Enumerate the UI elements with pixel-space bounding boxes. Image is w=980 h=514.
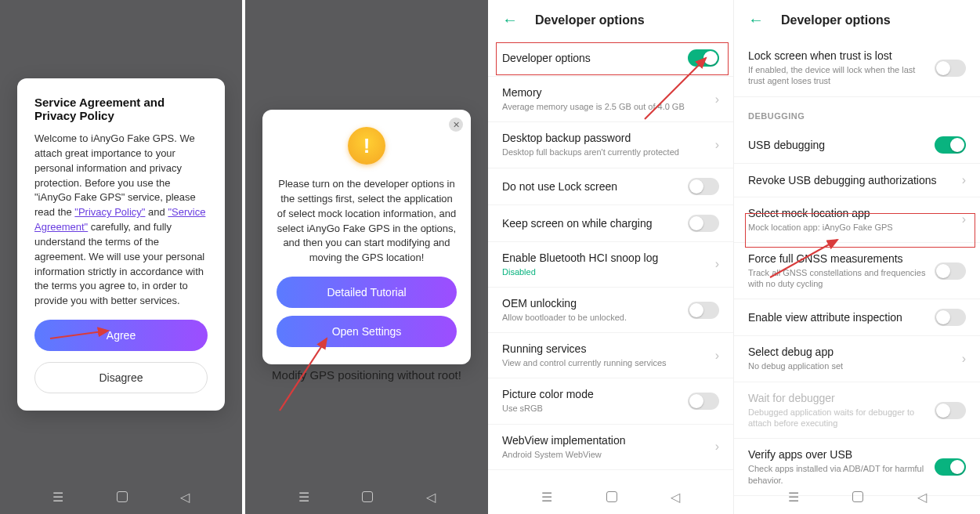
nav-back-icon[interactable] (917, 490, 927, 505)
prompt-body: Please turn on the developer options in … (277, 177, 457, 266)
nav-home-icon[interactable] (852, 491, 863, 502)
settings-row[interactable]: MemoryAverage memory usage is 2.5 GB out… (488, 77, 733, 122)
developer-options-prompt: ✕ ! Please turn on the developer options… (262, 110, 471, 364)
settings-header: ← Developer options (734, 0, 980, 40)
settings-row[interactable]: Revoke USB debugging authorizations› (734, 164, 980, 197)
privacy-policy-link[interactable]: "Privacy Policy" (74, 206, 145, 218)
row-subtitle: Allow bootloader to be unlocked. (502, 312, 680, 323)
lock-screen-trust-row[interactable]: Lock screen when trust is lost If enable… (734, 40, 980, 97)
row-title: USB debugging (748, 139, 927, 151)
settings-row[interactable]: Picture color modeUse sRGB (488, 378, 733, 424)
row-subtitle: Desktop full backups aren't currently pr… (502, 147, 709, 157)
row-subtitle: No debug application set (748, 360, 956, 371)
toggle-switch[interactable] (688, 302, 719, 319)
settings-row[interactable]: Enable Bluetooth HCI snoop logDisabled› (488, 242, 733, 288)
chevron-right-icon: › (715, 92, 719, 107)
row-title: Enable view attribute inspection (748, 311, 927, 324)
header-title: Developer options (535, 13, 645, 27)
row-title: Enable Bluetooth HCI snoop log (502, 252, 709, 264)
row-title: Select debug app (748, 346, 956, 358)
nav-recent-icon[interactable] (298, 490, 309, 505)
lock-screen-trust-toggle[interactable] (935, 60, 966, 77)
toggle-switch[interactable] (935, 262, 966, 280)
android-nav-bar (0, 480, 242, 514)
row-title: Picture color mode (502, 388, 680, 400)
back-arrow-icon[interactable]: ← (502, 11, 518, 29)
background-caption: Modify GPS positioning without root! (245, 368, 488, 382)
chevron-right-icon: › (715, 349, 719, 363)
row-title: Wait for debugger (748, 392, 927, 404)
row-title: Do not use Lock screen (502, 180, 680, 193)
nav-home-icon[interactable] (362, 491, 373, 502)
toggle-switch[interactable] (935, 136, 966, 154)
row-title: WebView implementation (502, 434, 709, 447)
settings-row[interactable]: Force full GNSS measurementsTrack all GN… (734, 243, 980, 300)
nav-recent-icon[interactable] (788, 490, 799, 505)
nav-back-icon[interactable] (180, 490, 190, 505)
back-arrow-icon[interactable]: ← (748, 11, 764, 29)
developer-options-toggle-row[interactable]: Developer options (488, 40, 733, 77)
settings-row[interactable]: Select mock location appMock location ap… (734, 197, 980, 243)
toggle-switch[interactable] (688, 393, 719, 410)
settings-row[interactable]: Running servicesView and control current… (488, 333, 733, 378)
nav-home-icon[interactable] (606, 491, 617, 502)
detailed-tutorial-button[interactable]: Detailed Tutorial (277, 277, 457, 308)
settings-header: ← Developer options (488, 0, 733, 40)
row-title: Memory (502, 86, 709, 99)
row-subtitle: Use sRGB (502, 403, 680, 414)
dialog-body: Welcome to iAnyGo Fake GPS. We attach gr… (34, 132, 208, 309)
agree-button[interactable]: Agree (34, 320, 208, 351)
toggle-switch (935, 402, 966, 419)
nav-recent-icon[interactable] (541, 490, 552, 505)
android-nav-bar (245, 480, 488, 514)
row-title: OEM unlocking (502, 297, 680, 309)
settings-row[interactable]: Select debug appNo debug application set… (734, 336, 980, 382)
settings-row[interactable]: Enable view attribute inspection (734, 299, 980, 336)
disagree-button[interactable]: Disagree (34, 362, 208, 393)
settings-row[interactable]: Desktop backup passwordDesktop full back… (488, 122, 733, 168)
settings-row[interactable]: Do not use Lock screen (488, 168, 733, 205)
row-subtitle: Mock location app: iAnyGo Fake GPS (748, 222, 956, 233)
settings-row[interactable]: OEM unlockingAllow bootloader to be unlo… (488, 288, 733, 333)
open-settings-button[interactable]: Open Settings (277, 316, 457, 347)
nav-recent-icon[interactable] (52, 490, 63, 505)
chevron-right-icon: › (962, 212, 966, 226)
row-title: Force full GNSS measurements (748, 252, 927, 265)
header-title: Developer options (781, 13, 891, 27)
toggle-switch[interactable] (688, 215, 719, 232)
settings-row[interactable]: WebView implementationAndroid System Web… (488, 425, 733, 470)
settings-row[interactable]: USB debugging (734, 127, 980, 164)
row-subtitle: View and control currently running servi… (502, 357, 709, 368)
chevron-right-icon: › (715, 138, 719, 152)
android-nav-bar (734, 480, 980, 514)
developer-options-toggle[interactable] (688, 49, 719, 67)
nav-back-icon[interactable] (426, 490, 436, 505)
toggle-switch[interactable] (935, 309, 966, 326)
row-subtitle: Disabled (502, 266, 709, 277)
row-subtitle: Average memory usage is 2.5 GB out of 4.… (502, 101, 709, 112)
row-title: Revoke USB debugging authorizations (748, 174, 956, 186)
close-icon[interactable]: ✕ (449, 118, 463, 132)
chevron-right-icon: › (715, 440, 719, 454)
settings-row[interactable]: Keep screen on while charging (488, 205, 733, 242)
toggle-switch[interactable] (688, 178, 719, 195)
chevron-right-icon: › (962, 173, 966, 187)
nav-back-icon[interactable] (671, 490, 680, 505)
row-subtitle: Track all GNSS constellations and freque… (748, 267, 927, 290)
row-title: Verify apps over USB (748, 448, 927, 461)
section-debugging: DEBUGGING (734, 97, 980, 127)
chevron-right-icon: › (715, 257, 719, 271)
row-subtitle: Debugged application waits for debugger … (748, 407, 927, 429)
nav-home-icon[interactable] (117, 491, 128, 502)
row-title: Keep screen on while charging (502, 217, 680, 230)
service-agreement-dialog: Service Agreement and Privacy Policy Wel… (17, 78, 225, 411)
android-nav-bar (488, 480, 733, 514)
row-title: Select mock location app (748, 207, 956, 219)
toggle-switch[interactable] (935, 458, 966, 476)
settings-row: Wait for debuggerDebugged application wa… (734, 382, 980, 440)
dialog-title: Service Agreement and Privacy Policy (34, 96, 208, 122)
warning-icon: ! (348, 127, 385, 165)
chevron-right-icon: › (962, 352, 966, 366)
row-subtitle: Android System WebView (502, 449, 709, 460)
row-title: Desktop backup password (502, 132, 709, 144)
